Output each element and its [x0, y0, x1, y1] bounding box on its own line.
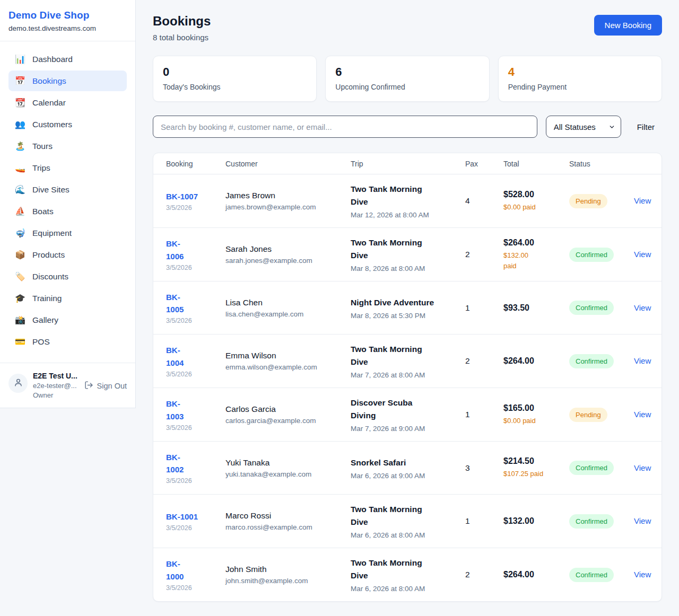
table-row: BK-1001 3/5/2026 Marco Rossi marco.rossi…	[153, 495, 661, 548]
stat-label: Pending Payment	[508, 83, 652, 91]
user-email: e2e-tester@...	[33, 382, 79, 390]
pax-cell: 4	[465, 196, 503, 206]
sidebar-item-training[interactable]: 🎓Training	[8, 288, 127, 309]
trip-cell: Discover Scuba Diving Mar 7, 2026 at 9:0…	[351, 397, 465, 433]
trip-name: Two Tank Morning Dive	[351, 236, 459, 262]
trip-datetime: Mar 6, 2026 at 8:00 AM	[351, 531, 459, 539]
view-link[interactable]: View	[634, 196, 651, 205]
booking-cell: BK- 1005 3/5/2026	[166, 291, 225, 325]
customer-email: yuki.tanaka@example.com	[225, 470, 344, 478]
sidebar-item-boats[interactable]: ⛵Boats	[8, 201, 127, 222]
booking-id-link[interactable]: BK-1001	[166, 511, 198, 523]
sidebar-item-discounts[interactable]: 🏷️Discounts	[8, 266, 127, 287]
page-subtitle: 8 total bookings	[153, 33, 211, 42]
sidebar-item-products[interactable]: 📦Products	[8, 244, 127, 265]
total-cell: $264.00	[503, 356, 569, 366]
booking-id-link[interactable]: BK- 1005	[166, 291, 184, 316]
booking-date: 3/5/2026	[166, 477, 219, 485]
customer-name: Yuki Tanaka	[225, 458, 344, 468]
booking-id-link[interactable]: BK- 1000	[166, 558, 184, 583]
view-link[interactable]: View	[634, 516, 651, 525]
view-link[interactable]: View	[634, 250, 651, 259]
booking-cell: BK-1001 3/5/2026	[166, 511, 225, 532]
table-row: BK- 1000 3/5/2026 John Smith john.smith@…	[153, 548, 661, 601]
booking-id-link[interactable]: BK-1007	[166, 190, 198, 203]
table-row: BK- 1003 3/5/2026 Carlos Garcia carlos.g…	[153, 388, 661, 442]
sidebar-item-label: Discounts	[32, 272, 68, 281]
shop-domain: demo.test.divestreams.com	[8, 24, 127, 32]
trip-datetime: Mar 7, 2026 at 8:00 AM	[351, 371, 459, 379]
page-title-block: Bookings 8 total bookings	[153, 14, 211, 42]
amount-paid: $107.25 paid	[503, 469, 563, 479]
view-link[interactable]: View	[634, 303, 651, 312]
total-amount: $93.50	[503, 303, 563, 313]
customer-name: Lisa Chen	[225, 298, 344, 307]
status-badge: Pending	[569, 194, 607, 208]
customer-cell: Carlos Garcia carlos.garcia@example.com	[225, 404, 351, 425]
sidebar-item-gallery[interactable]: 📸Gallery	[8, 310, 127, 330]
stat-card-todays-bookings: 0 Today's Bookings	[153, 56, 317, 102]
sidebar-item-dashboard[interactable]: 📊Dashboard	[8, 49, 127, 69]
products-icon: 📦	[15, 250, 25, 260]
sign-out-button[interactable]: Sign Out	[84, 381, 127, 391]
view-link[interactable]: View	[634, 463, 651, 472]
sidebar-item-tours[interactable]: 🏝️Tours	[8, 136, 127, 156]
trip-datetime: Mar 6, 2026 at 9:00 AM	[351, 472, 459, 480]
customer-cell: Lisa Chen lisa.chen@example.com	[225, 298, 351, 318]
trip-name: Night Dive Adventure	[351, 296, 459, 309]
sidebar-item-label: POS	[32, 337, 50, 347]
col-header-status: Status	[569, 160, 634, 168]
total-cell: $214.50 $107.25 paid	[503, 456, 569, 479]
pax-cell: 2	[465, 250, 503, 259]
status-badge: Confirmed	[569, 568, 614, 582]
sidebar-item-dive-sites[interactable]: 🌊Dive Sites	[8, 179, 127, 200]
customer-name: Marco Rossi	[225, 511, 344, 521]
total-cell: $165.00 $0.00 paid	[503, 403, 569, 426]
sidebar-item-label: Tours	[32, 142, 53, 151]
sidebar-item-label: Dashboard	[32, 55, 73, 64]
sidebar-item-trips[interactable]: 🚤Trips	[8, 157, 127, 178]
user-block: E2E Test U... e2e-tester@... Owner Sign …	[0, 363, 135, 408]
status-cell: Confirmed	[569, 354, 634, 368]
sidebar-item-equipment[interactable]: 🤿Equipment	[8, 223, 127, 243]
booking-id-link[interactable]: BK- 1006	[166, 237, 184, 262]
booking-cell: BK- 1000 3/5/2026	[166, 558, 225, 592]
calendar-icon: 📆	[15, 98, 25, 108]
sign-out-icon	[84, 381, 93, 391]
customer-cell: John Smith john.smith@example.com	[225, 565, 351, 585]
booking-cell: BK- 1006 3/5/2026	[166, 237, 225, 271]
view-link[interactable]: View	[634, 356, 651, 365]
table-header-row: Booking Customer Trip Pax Total Status	[153, 153, 661, 174]
customer-cell: James Brown james.brown@example.com	[225, 191, 351, 211]
search-input[interactable]	[153, 116, 537, 138]
customer-name: Sarah Jones	[225, 244, 344, 254]
sidebar-item-calendar[interactable]: 📆Calendar	[8, 92, 127, 113]
trip-name: Two Tank Morning Dive	[351, 343, 459, 368]
customer-email: emma.wilson@example.com	[225, 363, 344, 371]
sidebar-item-pos[interactable]: 💳POS	[8, 331, 127, 352]
trip-datetime: Mar 8, 2026 at 8:00 AM	[351, 265, 459, 272]
dive-sites-icon: 🌊	[15, 184, 25, 195]
status-filter-select[interactable]: All Statuses	[546, 116, 621, 138]
sidebar-item-customers[interactable]: 👥Customers	[8, 114, 127, 135]
pax-cell: 3	[465, 463, 503, 473]
new-booking-button[interactable]: New Booking	[594, 15, 662, 36]
trips-icon: 🚤	[15, 163, 25, 173]
customer-email: james.brown@example.com	[225, 203, 344, 211]
booking-cell: BK- 1004 3/5/2026	[166, 344, 225, 378]
page-title: Bookings	[153, 14, 211, 29]
booking-id-link[interactable]: BK- 1003	[166, 398, 184, 423]
trip-cell: Snorkel Safari Mar 6, 2026 at 9:00 AM	[351, 456, 465, 480]
filter-button[interactable]: Filter	[630, 118, 662, 136]
trip-cell: Two Tank Morning Dive Mar 6, 2026 at 8:0…	[351, 503, 465, 539]
view-link[interactable]: View	[634, 410, 651, 419]
boats-icon: ⛵	[15, 206, 25, 216]
booking-id-link[interactable]: BK- 1002	[166, 451, 184, 476]
booking-id-link[interactable]: BK- 1004	[166, 344, 184, 369]
pax-cell: 2	[465, 570, 503, 579]
trip-datetime: Mar 12, 2026 at 8:00 AM	[351, 211, 459, 219]
sidebar-item-label: Bookings	[32, 76, 66, 86]
sidebar-item-bookings[interactable]: 📅Bookings	[8, 71, 127, 91]
sidebar-item-label: Calendar	[32, 98, 66, 108]
view-link[interactable]: View	[634, 570, 651, 579]
